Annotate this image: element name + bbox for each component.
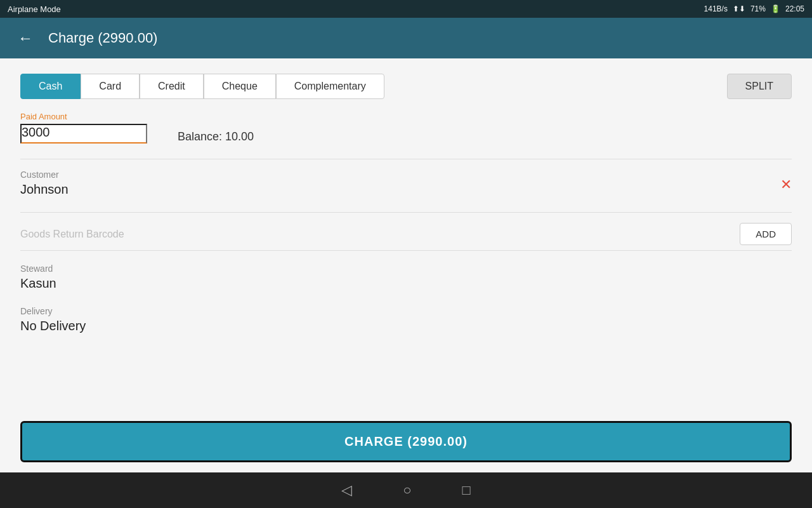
- charge-button-wrapper: CHARGE (2990.00): [0, 411, 812, 472]
- back-arrow-icon: ←: [18, 29, 33, 46]
- top-bar: ← Charge (2990.00): [0, 18, 812, 58]
- delivery-value: No Delivery: [20, 319, 792, 336]
- delivery-label: Delivery: [20, 306, 792, 316]
- customer-clear-button[interactable]: ✕: [780, 177, 792, 193]
- payment-tabs: Cash Card Credit Cheque Complementary: [20, 74, 384, 99]
- paid-amount-label: Paid Amount: [20, 112, 147, 121]
- battery-icon: 🔋: [771, 4, 780, 13]
- nav-back-icon[interactable]: ◁: [341, 482, 352, 498]
- paid-amount-row: Paid Amount Balance: 10.00: [20, 112, 792, 144]
- status-bar: Airplane Mode 141B/s ⬆⬇ 71% 🔋 22:05: [0, 0, 812, 18]
- steward-section: Steward Kasun: [20, 264, 792, 293]
- charge-button[interactable]: CHARGE (2990.00): [20, 421, 792, 462]
- page-title: Charge (2990.00): [48, 30, 157, 46]
- paid-amount-input[interactable]: [20, 124, 147, 144]
- wifi-icon: ⬆⬇: [733, 4, 745, 13]
- customer-value: Johnson: [20, 182, 69, 199]
- battery-level: 71%: [750, 4, 766, 13]
- tab-card[interactable]: Card: [81, 74, 140, 99]
- customer-field: Customer Johnson: [20, 170, 69, 199]
- tab-credit[interactable]: Credit: [140, 74, 204, 99]
- back-button[interactable]: ←: [13, 28, 38, 48]
- clock: 22:05: [785, 4, 804, 13]
- customer-label: Customer: [20, 170, 69, 180]
- bottom-nav: ◁ ○ □: [0, 472, 812, 508]
- barcode-row: Goods Return Barcode ADD: [20, 223, 792, 251]
- airplane-mode-label: Airplane Mode: [8, 4, 61, 14]
- delivery-section: Delivery No Delivery: [20, 306, 792, 336]
- barcode-placeholder[interactable]: Goods Return Barcode: [20, 229, 124, 240]
- add-button[interactable]: ADD: [740, 223, 792, 245]
- nav-home-icon[interactable]: ○: [403, 482, 411, 498]
- customer-row: Customer Johnson ✕: [20, 170, 792, 199]
- divider-2: [20, 212, 792, 213]
- split-button[interactable]: SPLIT: [727, 74, 792, 99]
- tab-cheque[interactable]: Cheque: [204, 74, 276, 99]
- nav-recents-icon[interactable]: □: [462, 482, 471, 498]
- tab-cash[interactable]: Cash: [20, 74, 81, 99]
- speed-indicator: 141B/s: [704, 4, 728, 13]
- balance-display: Balance: 10.00: [178, 130, 254, 144]
- main-content: Cash Card Credit Cheque Complementary SP…: [0, 58, 812, 411]
- steward-label: Steward: [20, 264, 792, 274]
- divider-1: [20, 159, 792, 159]
- tabs-row: Cash Card Credit Cheque Complementary SP…: [20, 74, 792, 99]
- paid-amount-field: Paid Amount: [20, 112, 147, 144]
- steward-value: Kasun: [20, 276, 792, 293]
- tab-complementary[interactable]: Complementary: [276, 74, 384, 99]
